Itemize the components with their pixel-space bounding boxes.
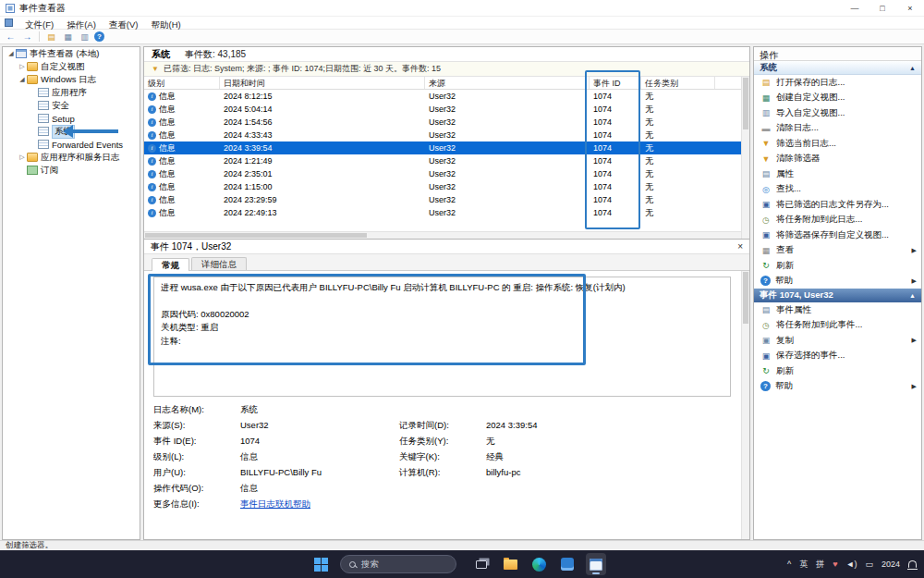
tab-general[interactable]: 常规 xyxy=(152,258,189,271)
menu-item-3[interactable]: 帮助(H) xyxy=(144,19,187,30)
maximize-button[interactable]: □ xyxy=(869,0,896,17)
action-save-view[interactable]: ▣将筛选器保存到自定义视图... xyxy=(754,228,921,243)
taskbar-app-task-view[interactable] xyxy=(471,553,492,575)
tray-chevron-icon[interactable]: ^ xyxy=(787,560,791,569)
event-row[interactable]: i信息2024 4:33:43User321074无 xyxy=(144,129,749,141)
column-header-2[interactable]: 来源 xyxy=(425,77,590,89)
taskbar-app-file-explorer[interactable] xyxy=(500,553,520,575)
action-refresh[interactable]: ↻刷新 xyxy=(754,363,921,379)
preview-close-icon[interactable]: × xyxy=(737,241,743,252)
action-properties[interactable]: ▤属性 xyxy=(754,166,921,182)
taskbar-app-event-viewer[interactable] xyxy=(586,553,606,575)
menu-item-1[interactable]: 操作(A) xyxy=(60,19,103,30)
column-header-3[interactable]: 事件 ID xyxy=(590,77,641,89)
tree-item-1[interactable]: ▷自定义视图 xyxy=(3,60,140,73)
event-row[interactable]: i信息2024 8:12:15User321074无 xyxy=(144,90,749,103)
cell-category: 无 xyxy=(641,129,715,141)
event-row[interactable]: i信息2024 1:54:56User321074无 xyxy=(144,116,749,129)
actions-section-header-0[interactable]: 系统▲ xyxy=(754,61,921,75)
tree-item-6[interactable]: 系统 xyxy=(3,125,140,138)
menu-item-2[interactable]: 查看(V) xyxy=(103,19,145,30)
taskbar-app-store[interactable] xyxy=(557,553,578,575)
cell-datetime: 2024 1:15:00 xyxy=(220,182,425,191)
lang-indicator-pinyin[interactable]: 拼 xyxy=(816,559,824,571)
clock[interactable]: 2024 xyxy=(881,560,900,569)
care-icon[interactable]: ♥ xyxy=(833,560,837,569)
tree-item-5[interactable]: Setup xyxy=(3,112,140,125)
actions-pane: 操作 系统▲▤打开保存的日志...▦创建自定义视图...▥导入自定义视图...▬… xyxy=(753,46,922,540)
action-open[interactable]: ▤打开保存的日志... xyxy=(754,75,921,91)
battery-icon[interactable]: ▭ xyxy=(865,560,873,569)
cell-source: User32 xyxy=(425,208,590,217)
close-button[interactable]: × xyxy=(896,0,924,17)
action-find[interactable]: ◎查找... xyxy=(754,182,921,198)
notification-bell-icon[interactable] xyxy=(908,560,917,568)
help-icon[interactable]: ? xyxy=(94,31,104,42)
online-help-link[interactable]: 事件日志联机帮助 xyxy=(240,498,395,510)
search-icon xyxy=(349,561,356,568)
action-task[interactable]: ◷将任务附加到此事件... xyxy=(754,318,921,334)
menu-item-0[interactable]: 文件(F) xyxy=(18,19,60,30)
event-row[interactable]: i信息2024 2:35:01User321074无 xyxy=(144,167,749,180)
action-task[interactable]: ◷将任务附加到此日志... xyxy=(754,213,921,228)
show-console-tree-icon[interactable]: ▦ xyxy=(61,31,75,43)
tree-expander-icon[interactable]: ▷ xyxy=(18,63,27,70)
action-properties[interactable]: ▤事件属性 xyxy=(754,302,921,318)
taskbar-app-edge[interactable] xyxy=(529,553,549,575)
tree-item-0[interactable]: ◢事件查看器 (本地) xyxy=(3,47,140,60)
tree-item-7[interactable]: Forwarded Events xyxy=(3,138,140,151)
show-action-pane-icon[interactable]: ▥ xyxy=(78,31,91,43)
column-header-4[interactable]: 任务类别 xyxy=(641,77,715,89)
action-view[interactable]: ▦查看▶ xyxy=(754,243,921,259)
event-row[interactable]: i信息2024 22:49:13User321074无 xyxy=(144,206,749,219)
tree-item-8[interactable]: ▷应用程序和服务日志 xyxy=(3,151,140,164)
action-clear-filter[interactable]: ▼清除筛选器 xyxy=(754,152,921,167)
preview-header: 事件 1074，User32 × xyxy=(144,240,749,254)
action-filter[interactable]: ▼筛选当前日志... xyxy=(754,136,921,152)
start-button[interactable] xyxy=(310,553,331,575)
filter-bar[interactable]: ▼ 已筛选: 日志: System; 来源: ; 事件 ID: 1074;日期范… xyxy=(144,62,749,77)
properties-icon: ▤ xyxy=(760,305,772,314)
taskbar-search[interactable]: 搜索 xyxy=(340,555,456,573)
minimize-button[interactable]: — xyxy=(841,0,869,17)
windows-logo-icon xyxy=(314,558,328,572)
list-horizontal-scrollbar[interactable] xyxy=(144,231,741,239)
action-create[interactable]: ▦创建自定义视图... xyxy=(754,91,921,106)
action-import[interactable]: ▥导入自定义视图... xyxy=(754,105,921,121)
tree-expander-icon[interactable]: ◢ xyxy=(18,76,27,83)
refresh-icon: ↻ xyxy=(760,366,772,375)
export-icon[interactable]: ▤ xyxy=(44,31,58,43)
volume-icon[interactable]: ◄) xyxy=(846,560,857,569)
level-text: 信息 xyxy=(159,155,176,167)
forward-icon[interactable]: → xyxy=(20,31,34,43)
tree-item-4[interactable]: 安全 xyxy=(3,99,140,112)
back-icon[interactable]: ← xyxy=(4,31,18,43)
preview-scrollbar[interactable] xyxy=(741,271,749,539)
action-clear[interactable]: ▬清除日志... xyxy=(754,121,921,137)
list-vertical-scrollbar[interactable] xyxy=(741,77,749,239)
action-save[interactable]: ▣将已筛选的日志文件另存为... xyxy=(754,197,921,213)
tree-item-9[interactable]: 订阅 xyxy=(3,164,140,177)
actions-section-header-1[interactable]: 事件 1074, User32▲ xyxy=(754,289,921,302)
lang-indicator-en[interactable]: 英 xyxy=(799,559,808,571)
tree-expander-icon[interactable]: ▷ xyxy=(18,154,27,161)
event-row[interactable]: i信息2024 5:04:14User321074无 xyxy=(144,103,749,116)
tree-expander-icon[interactable]: ◢ xyxy=(6,50,16,57)
event-row[interactable]: i信息2024 1:15:00User321074无 xyxy=(144,180,749,193)
tree-item-2[interactable]: ◢Windows 日志 xyxy=(3,73,140,86)
collapse-section-icon[interactable]: ▲ xyxy=(909,292,916,299)
action-save[interactable]: ▣保存选择的事件... xyxy=(754,349,921,364)
event-row[interactable]: i信息2024 3:39:54User321074无 xyxy=(144,141,749,154)
collapse-section-icon[interactable]: ▲ xyxy=(909,65,916,71)
action-copy[interactable]: ▣复制▶ xyxy=(754,333,921,349)
column-header-0[interactable]: 级别 xyxy=(144,77,220,89)
event-row[interactable]: i信息2024 23:29:59User321074无 xyxy=(144,193,749,206)
action-help[interactable]: ?帮助▶ xyxy=(754,274,921,289)
event-row[interactable]: i信息2024 1:21:49User321074无 xyxy=(144,154,749,167)
tree-item-3[interactable]: 应用程序 xyxy=(3,86,140,99)
action-refresh[interactable]: ↻刷新 xyxy=(754,258,921,274)
column-header-1[interactable]: 日期和时间 xyxy=(220,77,425,89)
action-help[interactable]: ?帮助▶ xyxy=(754,379,921,395)
tab-details[interactable]: 详细信息 xyxy=(191,257,247,270)
field-value: billyfu-pc xyxy=(486,467,731,479)
